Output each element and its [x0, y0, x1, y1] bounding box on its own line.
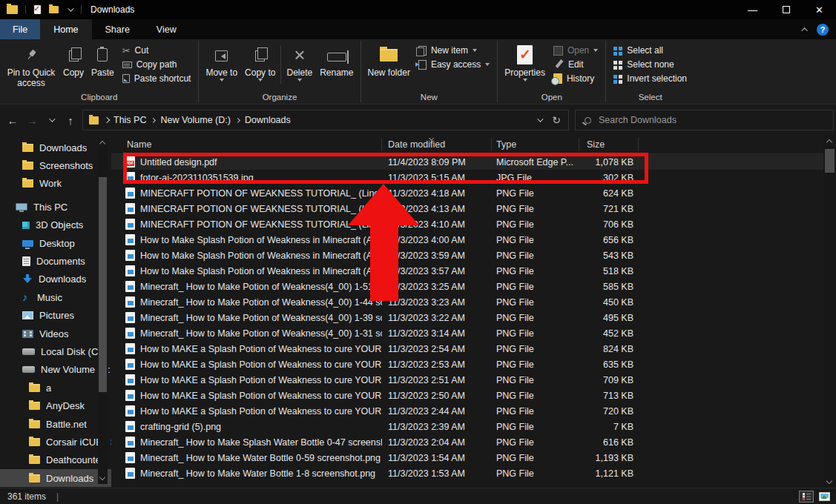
sidebar-item[interactable]: Downloads: [0, 271, 111, 288]
details-view-button[interactable]: [799, 491, 814, 503]
sidebar-item[interactable]: Music: [0, 288, 111, 306]
up-button[interactable]: ↑: [61, 110, 80, 130]
column-header-date-modified[interactable]: Date modified: [382, 136, 492, 153]
cut-button[interactable]: ✂ Cut: [122, 45, 191, 56]
table-row[interactable]: How to MAKE a Splash Potion of Weakness …: [111, 372, 823, 388]
divider[interactable]: [638, 138, 639, 151]
delete-button[interactable]: × Delete: [283, 41, 316, 82]
easy-access-button[interactable]: Easy access: [418, 59, 490, 70]
forward-button[interactable]: →: [22, 110, 42, 130]
move-to-button[interactable]: Move to: [202, 41, 241, 82]
tab-share[interactable]: Share: [92, 19, 143, 39]
sidebar-item[interactable]: Battle.net: [0, 415, 111, 433]
group-label-new: New: [364, 91, 495, 104]
select-all-button[interactable]: Select all: [613, 45, 687, 56]
sidebar-item-icon: [16, 203, 27, 210]
refresh-icon[interactable]: ↻: [552, 114, 561, 126]
address-bar[interactable]: This PC New Volume (D:) Downloads ↻: [82, 110, 569, 130]
sidebar-item[interactable]: Videos: [0, 325, 111, 342]
copy-button[interactable]: Copy: [59, 41, 88, 79]
sidebar-item[interactable]: Downloads: [0, 139, 111, 156]
thumbnails-view-button[interactable]: [817, 491, 832, 503]
table-row[interactable]: MINECRAFT POTION OF WEAKNESS TUTORIAL_ (…: [111, 185, 823, 201]
table-row[interactable]: How to MAKE a Splash Potion of Weakness …: [111, 403, 823, 419]
select-none-button[interactable]: Select none: [613, 59, 687, 70]
table-row[interactable]: How to MAKE a Splash Potion of Weakness …: [111, 341, 823, 357]
paste-shortcut-button[interactable]: Paste shortcut: [122, 73, 191, 84]
column-header-type[interactable]: Type: [492, 136, 579, 153]
new-item-button[interactable]: New item: [418, 45, 490, 56]
tab-file[interactable]: File: [0, 19, 40, 39]
sidebar-item[interactable]: Documents: [0, 252, 111, 270]
table-row[interactable]: Minecraft_ How to Make Potion of Weaknes…: [111, 325, 823, 341]
sidebar-item[interactable]: Screenshots: [0, 156, 111, 174]
sidebar-item[interactable]: 3D Objects: [0, 216, 111, 234]
file-name: How to MAKE a Splash Potion of Weakness …: [140, 406, 382, 417]
sidebar-item[interactable]: Deathcounter: [0, 451, 111, 469]
column-header-name[interactable]: Name: [111, 136, 382, 153]
minimize-button[interactable]: —: [736, 0, 769, 19]
sidebar-item[interactable]: Desktop: [0, 234, 111, 252]
sidebar-item[interactable]: Pictures: [0, 307, 111, 325]
tab-view[interactable]: View: [143, 19, 190, 39]
table-row[interactable]: Minecraft_ How to Make Potion of Weaknes…: [111, 279, 823, 294]
address-dropdown-icon[interactable]: [537, 116, 543, 122]
table-row[interactable]: MINECRAFT POTION OF WEAKNESS TUTORIAL_ (…: [111, 201, 823, 216]
table-row[interactable]: How to Make Splash Potion of Weakness in…: [111, 232, 823, 248]
table-row[interactable]: Minecraft_ How to Make Water Bottle 1-8 …: [111, 465, 823, 481]
table-row[interactable]: How to MAKE a Splash Potion of Weakness …: [111, 388, 823, 403]
new-folder-button[interactable]: New folder: [364, 41, 414, 79]
sidebar-item[interactable]: AnyDesk: [0, 397, 111, 414]
invert-selection-button[interactable]: Invert selection: [613, 73, 687, 84]
table-row[interactable]: Minecraft_ How to Make Potion of Weaknes…: [111, 294, 823, 310]
sidebar-scrollbar[interactable]: [98, 139, 108, 484]
table-row[interactable]: Minecraft_ How to Make Splash Water Bott…: [111, 434, 823, 450]
sidebar-item[interactable]: Downloads: [0, 469, 111, 487]
breadcrumb-item[interactable]: New Volume (D:): [160, 115, 244, 125]
edit-button[interactable]: Edit: [553, 59, 598, 70]
pin-to-quick-access-button[interactable]: Pin to Quick access: [3, 41, 59, 89]
maximize-button[interactable]: [769, 0, 803, 19]
sidebar-item[interactable]: Work: [0, 175, 111, 193]
rename-button[interactable]: Rename: [316, 41, 357, 79]
table-row[interactable]: How to Make Splash Potion of Weakness in…: [111, 248, 823, 263]
close-button[interactable]: ✕: [803, 0, 836, 19]
list-scrollbar[interactable]: [823, 136, 836, 488]
qat-new-folder-button[interactable]: [45, 1, 62, 18]
breadcrumb-item[interactable]: This PC: [113, 115, 160, 125]
scroll-up-icon[interactable]: [826, 139, 832, 145]
column-header-size[interactable]: Size: [579, 136, 639, 153]
scroll-down-icon[interactable]: [826, 478, 832, 484]
table-row[interactable]: Minecraft_ How to Make Potion of Weaknes…: [111, 310, 823, 325]
open-button[interactable]: Open: [553, 45, 598, 56]
table-row[interactable]: Minecraft_ How to Make Water Bottle 0-59…: [111, 450, 823, 465]
sidebar-item-icon: [29, 384, 40, 392]
table-row[interactable]: MINECRAFT POTION OF WEAKNESS TUTORIAL_ (…: [111, 216, 823, 232]
search-box[interactable]: Search Downloads: [575, 110, 834, 130]
sidebar-item[interactable]: New Volume (D:: [0, 361, 111, 379]
scrollbar-thumb[interactable]: [825, 149, 835, 173]
recent-locations-dropdown[interactable]: [42, 110, 61, 130]
file-type-icon: [125, 265, 135, 276]
copy-to-button[interactable]: Copy to: [241, 41, 279, 82]
minimize-ribbon-icon[interactable]: [801, 27, 807, 33]
help-icon[interactable]: ?: [817, 24, 829, 36]
scrollbar-thumb[interactable]: [99, 177, 107, 392]
paste-button[interactable]: Paste: [88, 41, 118, 79]
table-row[interactable]: How to Make Splash Potion of Weakness in…: [111, 263, 823, 279]
sidebar-item[interactable]: Local Disk (C:): [0, 342, 111, 360]
sidebar-item-label: Battle.net: [46, 419, 87, 430]
table-row[interactable]: How to MAKE a Splash Potion of Weakness …: [111, 357, 823, 372]
copy-path-button[interactable]: Copy path: [122, 59, 191, 70]
history-button[interactable]: History: [553, 73, 598, 84]
qat-properties-button[interactable]: [29, 1, 45, 18]
table-row[interactable]: crafting-grid (5).png 11/3/2023 2:39 AM …: [111, 419, 823, 434]
breadcrumb-item[interactable]: Downloads: [245, 115, 291, 125]
properties-button[interactable]: Properties: [501, 41, 549, 82]
tab-home[interactable]: Home: [40, 19, 91, 39]
qat-customize-dropdown[interactable]: [62, 1, 78, 18]
sidebar-item[interactable]: Corsair iCUE5 S: [0, 433, 111, 451]
back-button[interactable]: ←: [3, 110, 22, 130]
sidebar-item[interactable]: This PC: [0, 198, 111, 216]
sidebar-item[interactable]: a: [0, 379, 111, 397]
